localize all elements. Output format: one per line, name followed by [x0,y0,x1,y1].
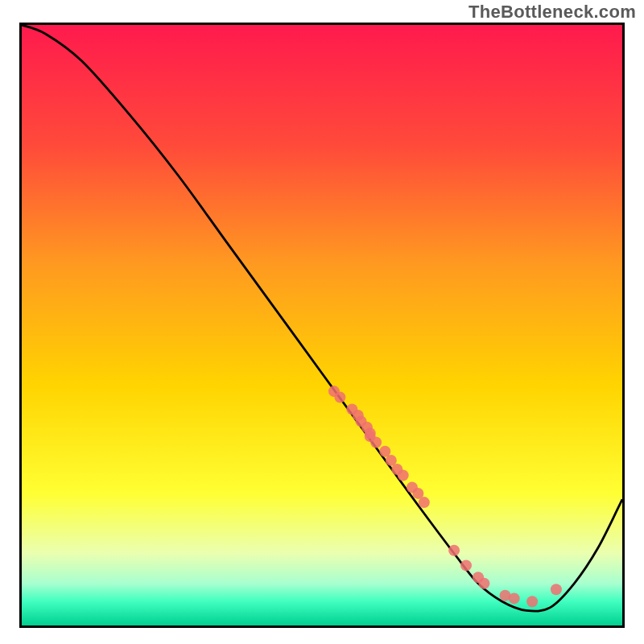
chart-container: TheBottleneck.com [0,0,644,644]
scatter-point [526,596,538,607]
scatter-point [419,497,430,508]
chart-svg [22,25,622,625]
chart-background [22,25,622,625]
scatter-point [509,592,520,604]
scatter-point [460,559,472,571]
scatter-point [334,392,345,403]
scatter-point [448,545,460,556]
scatter-point [551,584,562,595]
chart-frame [19,23,625,628]
scatter-point [398,470,409,481]
watermark-text: TheBottleneck.com [469,2,636,23]
scatter-point [370,437,382,448]
scatter-point [478,578,489,589]
